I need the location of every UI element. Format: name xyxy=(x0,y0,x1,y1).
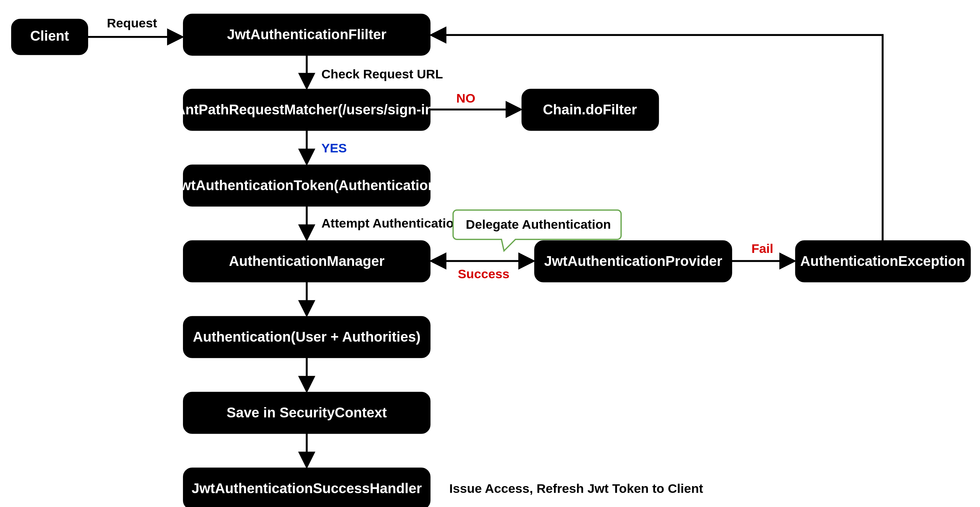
node-filter-label: JwtAuthenticationFlilter xyxy=(227,27,386,42)
label-success: Success xyxy=(458,267,509,281)
diagram-canvas: Client JwtAuthenticationFlilter AntPathR… xyxy=(0,0,980,507)
node-save-ctx-label: Save in SecurityContext xyxy=(227,405,387,420)
node-success-handler-label: JwtAuthenticationSuccessHandler xyxy=(191,480,422,496)
label-yes: YES xyxy=(321,141,347,155)
label-fail: Fail xyxy=(751,241,773,255)
label-issue: Issue Access, Refresh Jwt Token to Clien… xyxy=(449,481,703,496)
node-provider-label: JwtAuthenticationProvider xyxy=(544,253,722,269)
node-token-label: JwtAuthenticationToken(Authentication) xyxy=(172,177,441,193)
node-auth-result-label: Authentication(User + Authorities) xyxy=(193,329,421,344)
label-request: Request xyxy=(107,16,157,30)
label-check-url: Check Request URL xyxy=(321,67,443,81)
node-exception-label: AuthenticationException xyxy=(800,253,965,269)
label-delegate: Delegate Authentication xyxy=(466,217,611,231)
node-client-label: Client xyxy=(30,28,69,44)
label-no: NO xyxy=(457,91,476,105)
label-attempt: Attempt Authentication xyxy=(321,216,462,230)
node-dofilter-label: Chain.doFilter xyxy=(543,102,637,117)
node-manager-label: AuthenticationManager xyxy=(229,253,385,269)
node-matcher-label: AntPathRequestMatcher(/users/sign-in) xyxy=(175,102,438,117)
